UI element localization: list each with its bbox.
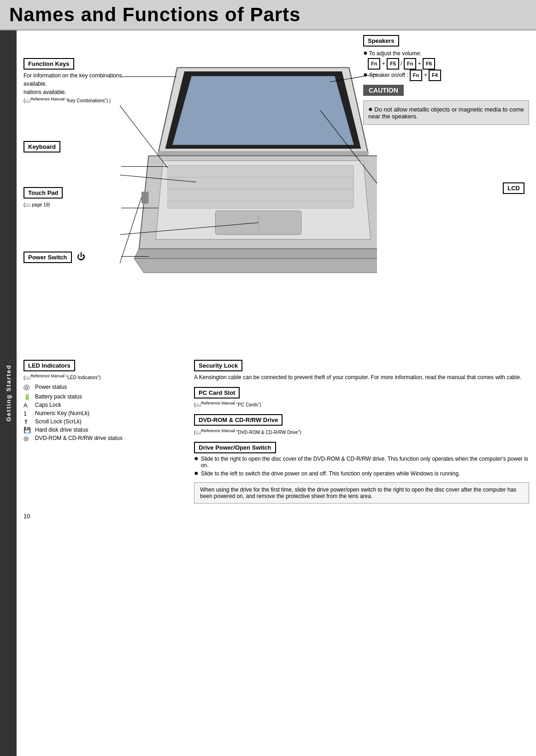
security-lock-label: Security Lock: [194, 360, 242, 371]
power-switch-annotation: Power Switch ⏻: [24, 252, 85, 263]
bottom-section: LED Indicators (📖Reference Manual "LED I…: [24, 357, 529, 504]
security-lock-section: Security Lock A Kensington cable can be …: [194, 360, 529, 381]
svg-rect-1: [168, 165, 354, 208]
function-keys-annotation: Function Keys For information on the key…: [24, 58, 123, 105]
page-title: Names and Functions of Parts: [9, 4, 527, 26]
led-indicators-label: LED Indicators: [24, 360, 75, 371]
caps-lock-icon: A: [24, 402, 33, 409]
keyboard-label: Keyboard: [24, 141, 60, 152]
power-switch-label: Power Switch: [24, 252, 72, 263]
speakers-label: Speakers: [363, 35, 399, 47]
sidebar-tab: Getting Started: [0, 30, 17, 756]
keyboard-annotation: Keyboard: [24, 141, 60, 152]
page-number: 10: [24, 513, 529, 520]
led-item-power: ⓞ Power status: [24, 384, 185, 392]
lcd-annotation: LCD: [503, 182, 524, 194]
pc-card-label: PC Card Slot: [194, 387, 240, 399]
caution-body: ● Do not allow metallic objects or magne…: [363, 100, 529, 125]
svg-rect-0: [158, 151, 368, 156]
numlock-icon: 1: [24, 410, 33, 417]
laptop-diagram: [111, 58, 377, 325]
svg-rect-7: [141, 192, 149, 204]
scrolllock-icon: ⇑: [24, 418, 33, 425]
led-item-battery: 🔋 Battery pack status: [24, 393, 185, 400]
lcd-label: LCD: [503, 182, 524, 194]
led-indicators-section: LED Indicators (📖Reference Manual "LED I…: [24, 360, 185, 504]
function-keys-line: [121, 76, 177, 77]
led-item-caps: A Caps Lock: [24, 402, 185, 409]
pc-card-body: (📖Reference Manual "PC Cards"): [194, 400, 529, 409]
dvd-drive-label: DVD-ROM & CD-R/RW Drive: [194, 414, 283, 426]
pc-card-section: PC Card Slot (📖Reference Manual "PC Card…: [194, 387, 529, 409]
led-item-dvd: ◎ DVD-ROM & CD-R/RW drive status: [24, 435, 185, 442]
svg-line-9: [120, 106, 168, 168]
caution-section: CAUTION ● Do not allow metallic objects …: [363, 85, 529, 125]
info-box: When using the drive for the first time,…: [194, 482, 529, 504]
power-icon: ⓞ: [24, 384, 33, 392]
security-lock-body: A Kensington cable can be connected to p…: [194, 373, 529, 381]
laptop-svg: [111, 58, 377, 325]
drive-power-bullet-1: ● Slide to the right to open the disc co…: [194, 456, 529, 469]
drive-power-label: Drive Power/Open Switch: [194, 442, 276, 453]
dvd-icon: ◎: [24, 435, 33, 442]
right-bottom-section: Security Lock A Kensington cable can be …: [194, 360, 529, 504]
power-switch-line: [121, 256, 149, 257]
dvd-drive-section: DVD-ROM & CD-R/RW Drive (📖Reference Manu…: [194, 414, 529, 436]
page-header: Names and Functions of Parts: [0, 0, 536, 30]
dvd-drive-body: (📖Reference Manual "DVD-ROM & CD-R/RW Dr…: [194, 428, 529, 436]
sidebar-label: Getting Started: [5, 365, 12, 422]
led-indicators-ref: (📖Reference Manual "LED Indicators"): [24, 373, 185, 381]
touch-pad-body: (📖 page 19): [24, 200, 63, 209]
led-item-hdd: 💾 Hard disk drive status: [24, 427, 185, 434]
touch-pad-line: [121, 208, 158, 208]
drive-power-bullets: ● Slide to the right to open the disc co…: [194, 456, 529, 477]
led-items-list: ⓞ Power status 🔋 Battery pack status A C…: [24, 384, 185, 442]
function-keys-body: For information on the key combinations …: [24, 71, 123, 105]
function-keys-label: Function Keys: [24, 58, 74, 70]
led-item-scrolllock: ⇑ Scroll Lock (ScrLk): [24, 418, 185, 425]
speakers-body: ● To adjust the volume: Fn + F5 / Fn + F…: [363, 49, 529, 81]
keyboard-line: [121, 166, 167, 167]
drive-power-section: Drive Power/Open Switch ● Slide to the r…: [194, 442, 529, 477]
battery-icon: 🔋: [24, 393, 33, 400]
touch-pad-label: Touch Pad: [24, 187, 63, 199]
speakers-annotation: Speakers ● To adjust the volume: Fn + F5…: [363, 35, 529, 81]
touch-pad-annotation: Touch Pad (📖 page 19): [24, 187, 63, 209]
drive-power-bullet-2: ● Slide to the left to switch the drive …: [194, 470, 529, 477]
hdd-icon: 💾: [24, 427, 33, 434]
led-item-numlock: 1 Numeric Key (NumLk): [24, 410, 185, 417]
